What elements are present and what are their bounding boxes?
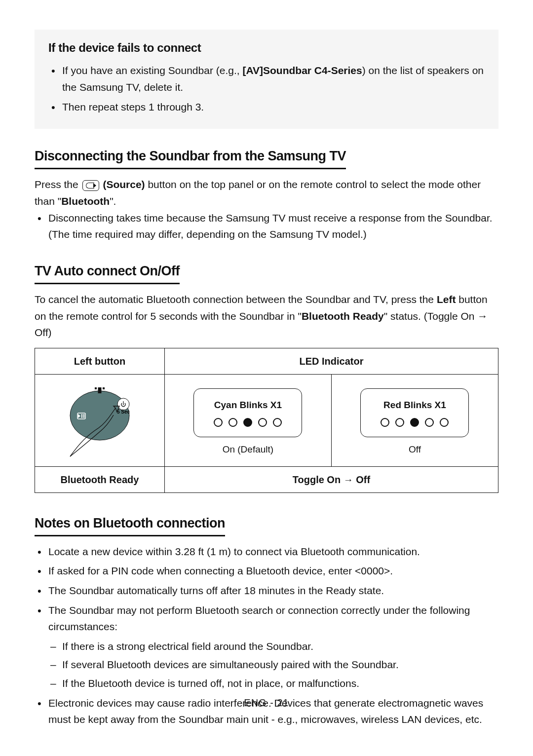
section-heading: TV Auto connect On/Off xyxy=(35,261,180,284)
source-icon xyxy=(82,180,99,191)
text-bold: Left xyxy=(437,294,456,305)
led-dot xyxy=(395,418,404,427)
led-dot-filled xyxy=(410,418,419,427)
table-header: LED Indicator xyxy=(164,348,498,374)
list-item: The Soundbar automatically turns off aft… xyxy=(48,582,498,599)
section-heading: Disconnecting the Soundbar from the Sams… xyxy=(35,146,346,169)
list-item: If there is a strong electrical field ar… xyxy=(62,638,498,655)
fail-connect-list: If you have an existing Soundbar (e.g., … xyxy=(48,62,485,115)
text-bold: [AV]Soundbar C4-Series xyxy=(242,65,362,76)
svg-rect-3 xyxy=(103,387,105,389)
list-item: If several Bluetooth devices are simulta… xyxy=(62,656,498,673)
list-item: If the Bluetooth device is turned off, n… xyxy=(62,675,498,692)
list-item: The Soundbar may not perform Bluetooth s… xyxy=(48,602,498,692)
fail-connect-heading: If the device fails to connect xyxy=(48,38,485,57)
indicator-sub: On (Default) xyxy=(169,442,327,457)
indicator-cell: Red Blinks X1 Off xyxy=(331,374,498,466)
indicator-label: Red Blinks X1 xyxy=(372,398,457,413)
table-header: Left button xyxy=(35,348,165,374)
table-footer: Bluetooth Ready xyxy=(35,466,165,492)
led-dot xyxy=(214,418,223,427)
text: ". xyxy=(110,195,116,207)
led-dot xyxy=(273,418,282,427)
paragraph: Press the (Source) button on the top pan… xyxy=(35,176,498,209)
indicator-sub: Off xyxy=(336,442,494,457)
list-item: If you have an existing Soundbar (e.g., … xyxy=(62,62,485,95)
text: The Soundbar may not perform Bluetooth s… xyxy=(48,605,470,633)
svg-rect-7 xyxy=(83,414,84,418)
indicator-label: Cyan Blinks X1 xyxy=(205,398,291,413)
table-footer: Toggle On → Off xyxy=(164,466,498,492)
indicator-box-on: Cyan Blinks X1 xyxy=(193,388,302,437)
fail-connect-box: If the device fails to connect If you ha… xyxy=(35,30,498,129)
autoconnect-section: TV Auto connect On/Off To cancel the aut… xyxy=(35,261,498,493)
svg-rect-2 xyxy=(95,387,97,389)
text: If you have an existing Soundbar (e.g., xyxy=(62,65,242,76)
indicator-box-off: Red Blinks X1 xyxy=(360,388,469,437)
led-dot xyxy=(425,418,434,427)
text-bold: Bluetooth xyxy=(61,195,110,207)
disconnect-section: Disconnecting the Soundbar from the Sams… xyxy=(35,146,498,243)
text-bold: (Source) xyxy=(103,179,145,190)
list-item: Disconnecting takes time because the Sam… xyxy=(48,210,498,243)
led-dots xyxy=(205,418,291,427)
led-dots xyxy=(372,418,457,427)
remote-icon: 5 Sec xyxy=(60,383,139,457)
list-item: Then repeat steps 1 through 3. xyxy=(62,99,485,115)
bullet-list: Disconnecting takes time because the Sam… xyxy=(35,210,498,243)
text: Press the xyxy=(35,179,81,190)
text-bold: Bluetooth Ready xyxy=(302,310,384,322)
indicator-cell: Cyan Blinks X1 On (Default) xyxy=(164,374,331,466)
page-footer: ENG - 21 xyxy=(35,695,498,711)
led-dot xyxy=(258,418,267,427)
section-heading: Notes on Bluetooth connection xyxy=(35,513,225,536)
led-dot-filled xyxy=(243,418,252,427)
led-dot xyxy=(381,418,389,427)
paragraph: To cancel the automatic Bluetooth connec… xyxy=(35,291,498,341)
text: To cancel the automatic Bluetooth connec… xyxy=(35,294,437,305)
led-dot xyxy=(228,418,237,427)
svg-rect-6 xyxy=(81,414,82,418)
led-table: Left button LED Indicator 5 Sec xyxy=(35,348,498,493)
list-item: If asked for a PIN code when connecting … xyxy=(48,563,498,579)
sublist: If there is a strong electrical field ar… xyxy=(48,638,498,692)
svg-rect-1 xyxy=(98,387,101,393)
remote-cell: 5 Sec xyxy=(35,374,165,466)
sec-label: 5 Sec xyxy=(117,409,130,415)
list-item: Locate a new device within 3.28 ft (1 m)… xyxy=(48,543,498,560)
led-dot xyxy=(440,418,449,427)
